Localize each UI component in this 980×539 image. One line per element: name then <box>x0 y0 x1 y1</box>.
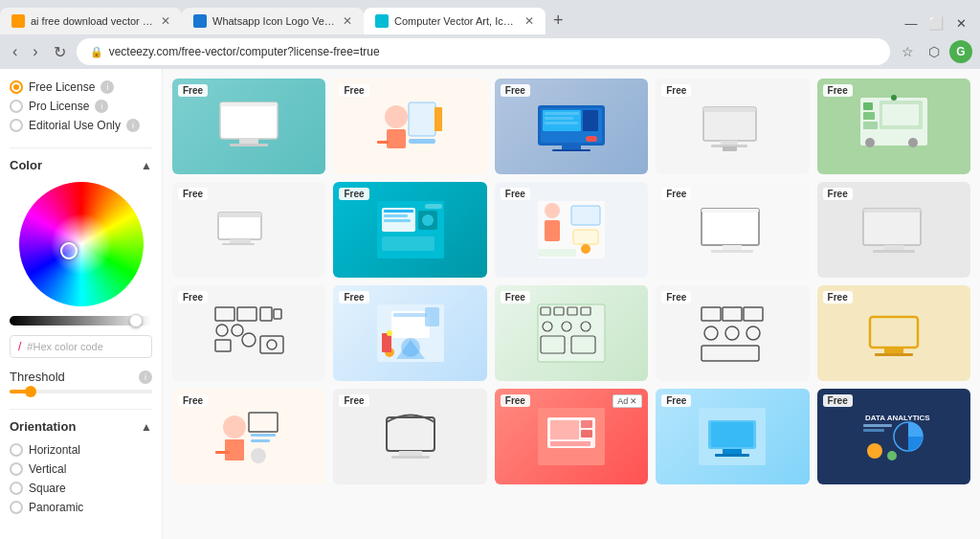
page-body: Free License i Pro License i Editorial U… <box>0 69 980 539</box>
grid-item-14[interactable]: Free <box>656 285 809 381</box>
grid-item-11[interactable]: Free <box>172 285 325 381</box>
horizontal-option[interactable]: Horizontal <box>10 443 152 457</box>
svg-rect-49 <box>545 220 560 241</box>
svg-rect-54 <box>702 209 759 245</box>
profile-button[interactable]: G <box>949 40 972 63</box>
grid-item-9[interactable]: Free <box>656 182 809 278</box>
panoramic-option[interactable]: Panoramic <box>10 501 152 514</box>
vertical-radio[interactable] <box>10 462 23 476</box>
svg-rect-1 <box>220 102 278 106</box>
pro-license-option[interactable]: Pro License i <box>10 100 152 113</box>
threshold-info-icon[interactable]: i <box>139 371 152 384</box>
grid-item-6[interactable]: Free <box>172 182 325 278</box>
brightness-slider[interactable] <box>10 316 152 326</box>
threshold-track[interactable] <box>10 390 152 393</box>
svg-rect-13 <box>545 112 579 115</box>
grid-item-3[interactable]: Free <box>495 79 648 174</box>
vertical-label: Vertical <box>29 462 66 476</box>
square-option[interactable]: Square <box>10 482 152 495</box>
grid-item-16[interactable]: Free <box>172 389 325 484</box>
svg-rect-116 <box>550 420 579 439</box>
tab-2[interactable]: Whatsapp Icon Logo Vector (Ai... ✕ <box>182 8 364 34</box>
new-tab-button[interactable]: + <box>546 11 571 31</box>
minimize-button[interactable]: — <box>900 11 923 34</box>
back-button[interactable]: ‹ <box>8 41 22 62</box>
free-license-info[interactable]: i <box>100 80 114 94</box>
tab1-close[interactable]: ✕ <box>161 14 170 28</box>
horizontal-radio[interactable] <box>10 443 23 457</box>
pro-license-radio[interactable] <box>10 100 23 113</box>
grid-item-20[interactable]: Free DATA ANALYTICS <box>817 389 970 484</box>
badge-7: Free <box>339 188 368 200</box>
reload-button[interactable]: ↻ <box>49 41 71 63</box>
maximize-button[interactable]: ⬜ <box>924 11 947 34</box>
tab-1[interactable]: ai free download vector - Ricerc... ✕ <box>0 8 182 34</box>
svg-point-69 <box>242 333 256 347</box>
grid-item-12[interactable]: Free <box>333 285 486 381</box>
color-chevron-icon[interactable]: ▲ <box>141 159 152 172</box>
tab3-close[interactable]: ✕ <box>524 14 534 28</box>
svg-rect-76 <box>425 307 439 326</box>
svg-rect-2 <box>239 139 258 144</box>
svg-point-71 <box>267 340 277 349</box>
svg-rect-28 <box>863 102 873 110</box>
svg-rect-3 <box>230 144 268 146</box>
svg-rect-108 <box>251 434 276 437</box>
hex-placeholder-text: #Hex color code <box>27 341 103 352</box>
grid-item-15[interactable]: Free <box>817 285 970 381</box>
url-input[interactable]: 🔒 vecteezy.com/free-vector/computer?lice… <box>77 38 890 65</box>
free-license-label: Free License <box>29 80 95 94</box>
svg-point-131 <box>887 451 897 460</box>
grid-item-17[interactable]: Free <box>333 389 486 484</box>
editorial-option[interactable]: Editorial Use Only i <box>10 119 152 132</box>
panoramic-radio[interactable] <box>10 501 23 514</box>
grid-item-4[interactable]: Free <box>656 79 809 174</box>
hex-input-box[interactable]: / #Hex color code <box>10 335 152 358</box>
license-section: Free License i Pro License i Editorial U… <box>10 80 152 132</box>
svg-point-66 <box>216 325 228 336</box>
color-wheel-handle[interactable] <box>60 242 78 259</box>
close-button[interactable]: ✕ <box>949 11 972 34</box>
free-license-radio[interactable] <box>10 80 23 94</box>
svg-rect-65 <box>274 309 281 319</box>
extensions-button[interactable]: ⬡ <box>923 40 946 63</box>
grid-item-19[interactable]: Free <box>656 389 809 484</box>
grid-item-8[interactable]: Free <box>495 182 648 278</box>
bookmark-button[interactable]: ☆ <box>896 40 919 63</box>
svg-rect-16 <box>583 110 598 131</box>
svg-rect-79 <box>382 333 391 352</box>
brightness-thumb[interactable] <box>129 314 143 327</box>
color-wheel[interactable] <box>19 182 144 306</box>
svg-rect-14 <box>545 117 573 120</box>
svg-rect-0 <box>220 102 278 139</box>
window-controls: — ⬜ ✕ <box>892 11 980 34</box>
tab2-close[interactable]: ✕ <box>343 14 352 28</box>
vertical-option[interactable]: Vertical <box>10 462 152 476</box>
grid-item-7[interactable]: Free <box>333 182 486 278</box>
free-license-option[interactable]: Free License i <box>10 80 152 94</box>
orientation-chevron-icon[interactable]: ▲ <box>141 420 152 434</box>
grid-item-2[interactable]: Free <box>333 79 486 174</box>
badge-19: Free <box>661 394 691 407</box>
badge-6: Free <box>178 188 208 200</box>
grid-item-18[interactable]: Free Ad ✕ <box>495 389 648 484</box>
svg-rect-124 <box>715 454 749 457</box>
svg-point-32 <box>865 138 875 147</box>
square-radio[interactable] <box>10 482 23 495</box>
threshold-thumb[interactable] <box>25 386 36 397</box>
svg-rect-50 <box>571 206 600 225</box>
editorial-radio[interactable] <box>10 119 23 132</box>
grid-item-13[interactable]: Free <box>495 285 648 381</box>
grid-item-5[interactable]: Free <box>817 79 970 174</box>
grid-item-1[interactable]: Free <box>172 79 325 174</box>
editorial-info[interactable]: i <box>126 119 140 132</box>
svg-rect-27 <box>863 122 878 129</box>
svg-rect-92 <box>699 304 766 362</box>
badge-8: Free <box>501 188 530 200</box>
pro-license-info[interactable]: i <box>95 100 108 113</box>
svg-rect-18 <box>552 149 590 151</box>
grid-item-10[interactable]: Free <box>817 182 970 278</box>
tab-3[interactable]: Computer Vector Art, Icons, and... ✕ <box>364 8 546 34</box>
forward-button[interactable]: › <box>28 41 42 62</box>
browser-chrome: ai free download vector - Ricerc... ✕ Wh… <box>0 0 980 69</box>
